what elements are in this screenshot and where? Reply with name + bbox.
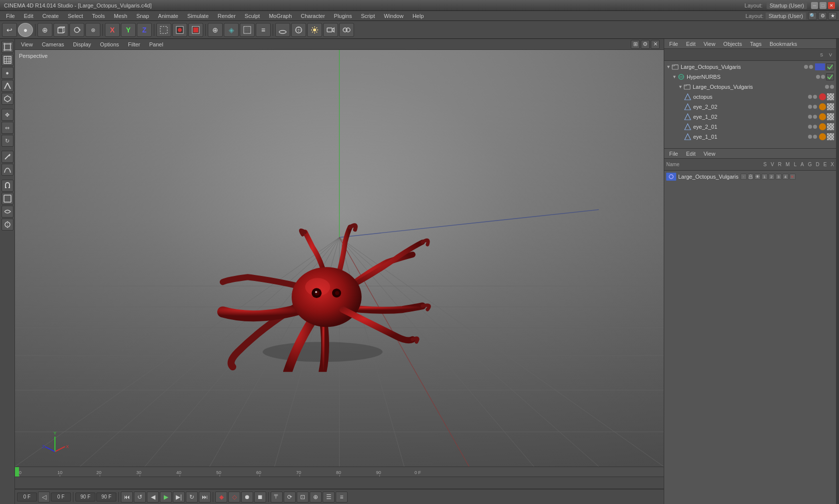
menu-mograph[interactable]: MoGraph: [265, 12, 296, 20]
om-menu-file[interactable]: File: [666, 40, 681, 47]
floor-button[interactable]: [275, 23, 290, 37]
om-row-eye2-02[interactable]: eye_2_02: [664, 102, 836, 112]
render-queue-button[interactable]: [188, 23, 203, 37]
maximize-button[interactable]: □: [820, 2, 827, 9]
motion-btn[interactable]: 〒: [271, 492, 283, 503]
camera-button[interactable]: [323, 23, 338, 37]
am-icon-3[interactable]: 3: [776, 174, 782, 180]
right-edge-scrollbar[interactable]: [836, 39, 839, 504]
menu-character[interactable]: Character: [297, 12, 329, 20]
search-icon[interactable]: 🔍: [808, 12, 817, 20]
anim-record-btn[interactable]: ⏺: [241, 492, 253, 503]
menu-snap[interactable]: Snap: [132, 12, 153, 20]
deformer-button[interactable]: ≡: [256, 23, 271, 37]
am-row-item[interactable]: Large_Octopus_Vulgaris · 👁 1 2 3 4 ✕: [666, 172, 834, 182]
om-row-hypernurbs[interactable]: ▼ HyperNURBS: [664, 72, 836, 82]
menu-select[interactable]: Select: [64, 12, 87, 20]
menu-tools[interactable]: Tools: [88, 12, 109, 20]
keyframe-del-btn[interactable]: ◇: [228, 492, 240, 503]
cube-button[interactable]: [53, 23, 68, 37]
om-row-large-octopus-inner[interactable]: ▼ Large_Octopus_Vulgaris: [664, 82, 836, 92]
am-icon-lock[interactable]: [748, 174, 754, 180]
om-row-eye1-01[interactable]: eye_1_01: [664, 132, 836, 142]
menu-create[interactable]: Create: [38, 12, 63, 20]
tl-settings-btn[interactable]: ≡: [336, 492, 348, 503]
am-icon-1[interactable]: 1: [762, 174, 768, 180]
am-icon-del[interactable]: ✕: [790, 174, 796, 180]
y-axis-button[interactable]: Y: [121, 23, 136, 37]
mode-texture-button[interactable]: [1, 54, 13, 66]
scale-tl-btn[interactable]: ⊡: [297, 492, 309, 503]
magnet-button[interactable]: [1, 180, 13, 192]
om-menu-bookmarks[interactable]: Bookmarks: [767, 40, 800, 47]
vp-menu-view[interactable]: View: [17, 40, 37, 48]
timeline-ruler[interactable]: 0 10 20 30 40 50 60 70 80: [15, 467, 664, 477]
menu-file[interactable]: File: [2, 12, 19, 20]
anim-stop-btn[interactable]: ⏹: [254, 492, 266, 503]
om-menu-view[interactable]: View: [701, 40, 719, 47]
smooth-button[interactable]: [1, 206, 13, 218]
minimize-button[interactable]: ─: [811, 2, 818, 9]
mode-polygon-button[interactable]: [1, 93, 13, 105]
stereo-button[interactable]: [339, 23, 354, 37]
spline-tool-button[interactable]: [1, 164, 13, 176]
am-icon-s[interactable]: ·: [741, 174, 747, 180]
knife-tool-button[interactable]: [1, 151, 13, 163]
bookmark-icon[interactable]: ★: [828, 12, 837, 20]
keyframe-add-btn[interactable]: ◆: [215, 492, 227, 503]
collapse-arrow-root[interactable]: ▼: [666, 64, 671, 69]
null-button[interactable]: ⊕: [208, 23, 223, 37]
am-icon-eye[interactable]: 👁: [755, 174, 761, 180]
menu-animate[interactable]: Animate: [154, 12, 182, 20]
vp-menu-display[interactable]: Display: [69, 40, 95, 48]
render-view-button[interactable]: [172, 23, 187, 37]
menu-simulate[interactable]: Simulate: [183, 12, 213, 20]
mode-model-button[interactable]: [1, 41, 13, 53]
goto-start-btn[interactable]: ⏮: [121, 492, 133, 503]
new-object-button[interactable]: ⊕: [37, 23, 52, 37]
collapse-arrow-nurbs[interactable]: ▼: [672, 74, 677, 79]
play-loop-btn[interactable]: ↻: [186, 492, 198, 503]
am-icon-2[interactable]: 2: [769, 174, 775, 180]
goto-end-btn[interactable]: ⏭: [199, 492, 211, 503]
frame-end-input[interactable]: [75, 493, 95, 502]
am-menu-file[interactable]: File: [666, 150, 681, 157]
vp-menu-filter[interactable]: Filter: [124, 40, 144, 48]
menu-plugins[interactable]: Plugins: [330, 12, 356, 20]
play-back-btn[interactable]: ↺: [134, 492, 146, 503]
step-fwd-btn[interactable]: ▶|: [173, 492, 185, 503]
material-button[interactable]: ◈: [224, 23, 239, 37]
vp-menu-cameras[interactable]: Cameras: [38, 40, 68, 48]
pos-btn[interactable]: ⊕: [310, 492, 322, 503]
om-menu-edit[interactable]: Edit: [683, 40, 699, 47]
scale-tool-button[interactable]: ⇔: [1, 122, 13, 134]
sky-button[interactable]: [291, 23, 306, 37]
total-frames-input[interactable]: [96, 493, 116, 502]
menu-render[interactable]: Render: [214, 12, 240, 20]
vp-close-icon[interactable]: ✕: [651, 40, 660, 49]
am-menu-view[interactable]: View: [701, 150, 719, 157]
scale-button[interactable]: ⊗: [85, 23, 100, 37]
light-button[interactable]: [307, 23, 322, 37]
menu-sculpt[interactable]: Sculpt: [241, 12, 264, 20]
rotate-tool-button[interactable]: ↻: [1, 135, 13, 147]
collapse-arrow-inner[interactable]: ▼: [678, 84, 683, 89]
om-row-eye1-02[interactable]: eye_1_02: [664, 112, 836, 122]
layout-dropdown[interactable]: Startup (User): [766, 12, 806, 19]
undo-button[interactable]: ↩: [2, 23, 17, 37]
am-icon-4[interactable]: 4: [783, 174, 789, 180]
mode-points-button[interactable]: ●: [1, 67, 13, 79]
frame-prev-btn[interactable]: ◁: [38, 492, 50, 503]
am-content[interactable]: Large_Octopus_Vulgaris · 👁 1 2 3 4 ✕: [664, 171, 836, 504]
mode-edges-button[interactable]: [1, 80, 13, 92]
om-row-eye2-01[interactable]: eye_2_01: [664, 122, 836, 132]
rotation-btn[interactable]: ⟳: [284, 492, 296, 503]
vp-menu-options[interactable]: Options: [96, 40, 123, 48]
current-frame-input[interactable]: [17, 493, 37, 502]
param-btn[interactable]: ☰: [323, 492, 335, 503]
sculpt-grab-button[interactable]: [1, 219, 13, 231]
vp-menu-panel[interactable]: Panel: [145, 40, 167, 48]
rotate-button[interactable]: [69, 23, 84, 37]
am-menu-edit[interactable]: Edit: [683, 150, 699, 157]
om-menu-objects[interactable]: Objects: [720, 40, 745, 47]
